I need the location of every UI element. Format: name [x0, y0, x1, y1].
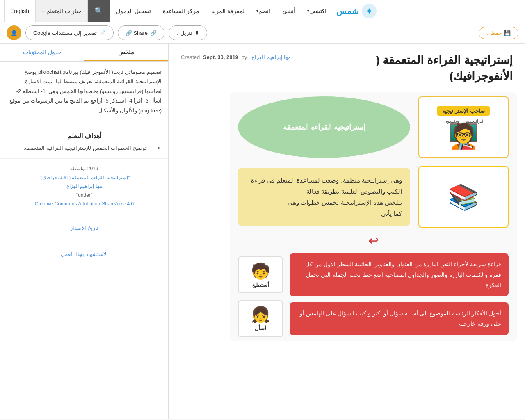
download-button[interactable]: ⬇ تنزيل ↓	[169, 25, 207, 40]
release-history-link[interactable]: تاريخ الإصدار	[7, 221, 162, 235]
infographic-area: صاحب الإستراتيجية فرانسيس روبنسون 🧑‍🏫 إس…	[169, 88, 525, 354]
save-button[interactable]: 💾 حفظ ↓	[479, 27, 518, 39]
nav-item-signin[interactable]: تسجيل الدخول	[110, 0, 157, 22]
sidebar-goals-section: أهداف التعلم توضيح الخطوات الخمس للإسترا…	[0, 121, 168, 159]
tab-summary[interactable]: ملخص	[84, 44, 169, 61]
toolbar-left: 💾 حفظ ↓	[479, 27, 518, 39]
teacher-figure: 🧑‍🏫	[448, 124, 479, 148]
cite-link[interactable]: الاستشهاد بهذا العمل	[7, 247, 162, 261]
main-layout: ملخص جدول المحتويات تصميم معلوماتي ثابت(…	[0, 44, 525, 419]
teacher-box: صاحب الإستراتيجية فرانسيس روبنسون 🧑‍🏫	[418, 96, 509, 158]
save-icon: 💾	[504, 30, 511, 36]
content-author-link[interactable]: مها إبراهيم الهزاع	[250, 54, 291, 60]
middle-figure-box: 📚	[418, 166, 509, 228]
step-row-1: قراءة سريعة لأجزاء النص البارزة من العنو…	[238, 253, 509, 296]
infographic: صاحب الإستراتيجية فرانسيس روبنسون 🧑‍🏫 إس…	[230, 92, 517, 341]
logo[interactable]: ✦ شمس	[336, 3, 377, 19]
sidebar-release-section: تاريخ الإصدار	[0, 215, 168, 241]
step-2-label: أسأل	[255, 325, 266, 331]
middle-figure: 📚	[448, 183, 479, 212]
attribution-title-link[interactable]: "إستراتيجية القراءة المتعمقة ( الأنفوجرا…	[39, 175, 130, 180]
toolbar: 💾 حفظ ↓ ⬇ تنزيل ↓ 🔗 Share 🔗 📄 تصدير إلى …	[0, 22, 525, 44]
step-1-label: أستطلع	[252, 282, 269, 288]
infographic-steps: قراءة سريعة لأجزاء النص البارزة من العنو…	[230, 249, 517, 341]
infographic-middle: 📚 وهي إستراتيجية منظمة، وضعت لمساعدة الم…	[230, 166, 517, 228]
attribution-author-link[interactable]: مها إبراهيم الهزاع	[66, 183, 102, 189]
nav-item-search[interactable]: 🔍	[88, 0, 110, 22]
sidebar-description-section: تصميم معلوماتي ثابت( الأنفوجرافيك) ببرنا…	[0, 62, 168, 121]
nav-item-discover[interactable]: اكتشف	[301, 0, 332, 22]
down-arrow: ↩	[230, 232, 517, 249]
toolbar-right: ⬇ تنزيل ↓ 🔗 Share 🔗 📄 تصدير إلى مستندات …	[7, 25, 207, 40]
sidebar-attribution-section: 2019 بواسطة "إستراتيجية القراءة المتعمقة…	[0, 159, 168, 215]
step-1-figure: 🧒	[251, 262, 270, 280]
content-header: إستراتيجية القراءة المتعمقة ( الأنفوجراف…	[169, 44, 525, 88]
attribution-by: بواسطة	[70, 166, 86, 171]
logo-icon: ✦	[361, 3, 377, 19]
top-navigation: ✦ شمس اكتشف أنشئ انضم لمعرفة المزيد مركز…	[0, 0, 525, 22]
step-1-text: قراءة سريعة لأجزاء النص البارزة من العنو…	[290, 253, 509, 296]
svg-text:✦: ✦	[365, 6, 373, 16]
attribution-year: 2019	[87, 166, 98, 171]
user-button[interactable]: 👤	[7, 25, 21, 40]
tabs-row: ملخص جدول المحتويات	[0, 44, 168, 62]
middle-text: وهي إستراتيجية منظمة، وضعت لمساعدة المتع…	[238, 168, 410, 226]
search-icon: 🔍	[94, 7, 103, 16]
title-bubble-text: إستراتيجية القراءة المتعمقة	[283, 123, 365, 132]
content-title: إستراتيجية القراءة المتعمقة ( الأنفوجراف…	[376, 52, 513, 84]
step-2-figure: 👧	[251, 306, 270, 324]
share-icon: 🔗	[150, 30, 157, 36]
nav-items: اكتشف أنشئ انضم لمعرفة المزيد مركز المسا…	[4, 0, 332, 22]
step-row-2: أحول الأفكار الرئيسة للموضوع إلى أسئلة س…	[238, 300, 509, 337]
nav-item-create[interactable]: أنشئ	[276, 0, 301, 22]
attribution-text: 2019 بواسطة "إستراتيجية القراءة المتعمقة…	[7, 164, 162, 209]
content-meta: مها إبراهيم الهزاع , Created Sept. 30, 2…	[181, 54, 291, 60]
nav-item-learner[interactable]: خيارات المتعلم +	[35, 0, 88, 22]
goals-title: أهداف التعلم	[7, 127, 162, 143]
share-button[interactable]: 🔗 Share 🔗	[118, 25, 164, 40]
step-2-icon: 👧 أسأل	[238, 300, 283, 337]
user-icon: 👤	[11, 30, 17, 36]
download-icon: ⬇	[195, 30, 199, 36]
nav-item-more[interactable]: لمعرفة المزيد	[205, 0, 250, 22]
tab-contents[interactable]: جدول المحتويات	[0, 44, 84, 61]
content-panel: إستراتيجية القراءة المتعمقة ( الأنفوجراف…	[168, 44, 525, 419]
step-1-icon: 🧒 أستطلع	[238, 256, 283, 293]
nav-item-english[interactable]: English	[4, 0, 35, 22]
title-bubble: إستراتيجية القراءة المتعمقة	[238, 96, 410, 158]
nav-item-help[interactable]: مركز المساعدة	[157, 0, 205, 22]
export-icon: 📄	[99, 30, 106, 36]
attribution-license-link[interactable]: Creative Commons Attribution-ShareAlike …	[35, 201, 134, 207]
left-panel: ملخص جدول المحتويات تصميم معلوماتي ثابت(…	[0, 44, 168, 419]
nav-item-join[interactable]: انضم	[250, 0, 276, 22]
goal-item: توضيح الخطوات الخمس للإستراتيجية القرائي…	[7, 143, 153, 153]
sidebar-description: تصميم معلوماتي ثابت( الأنفوجرافيك) ببرنا…	[7, 67, 162, 115]
logo-text: شمس	[336, 6, 359, 16]
step-2-text: أحول الأفكار الرئيسة للموضوع إلى أسئلة س…	[290, 302, 509, 335]
infographic-top: صاحب الإستراتيجية فرانسيس روبنسون 🧑‍🏫 إس…	[230, 92, 517, 162]
export-button[interactable]: 📄 تصدير إلى مستندات Google	[25, 25, 114, 40]
sidebar-cite-section: الاستشهاد بهذا العمل	[0, 241, 168, 267]
teacher-label: صاحب الإستراتيجية	[437, 106, 490, 116]
